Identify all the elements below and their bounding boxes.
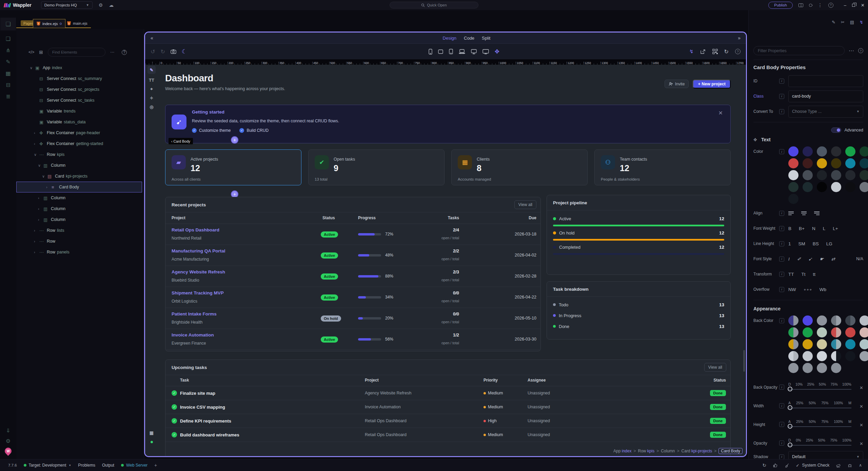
- breadcrumb-row-kpis[interactable]: kpis: [647, 449, 654, 453]
- eraser-icon[interactable]: [836, 463, 841, 468]
- design-canvas[interactable]: ✎TT⌖✧◎ ▦ Dashboard Welcome back — here's…: [145, 65, 746, 456]
- visibility-tool-icon[interactable]: ◎: [150, 104, 153, 109]
- color-swatch[interactable]: [817, 146, 827, 157]
- share-preview-icon[interactable]: [700, 49, 706, 54]
- align-right-icon[interactable]: [814, 210, 820, 216]
- color-swatch[interactable]: [803, 170, 813, 180]
- color-swatch[interactable]: [803, 315, 813, 326]
- tree-item[interactable]: › ⋯ Row: [16, 236, 144, 247]
- table-row[interactable]: ✓ Invoice CSV mapping Invoice Automation…: [165, 400, 730, 414]
- color-swatch[interactable]: [788, 327, 798, 337]
- project-link[interactable]: Agency Website Refresh: [172, 269, 225, 274]
- overflow-option[interactable]: Wb: [820, 287, 826, 292]
- color-swatch[interactable]: [817, 327, 827, 337]
- view-all-button[interactable]: View all: [704, 363, 726, 372]
- device-tablet-icon[interactable]: [449, 49, 453, 54]
- device-laptop-icon[interactable]: [459, 49, 465, 54]
- structure-help-icon[interactable]: ?: [122, 50, 127, 55]
- color-swatch[interactable]: [817, 170, 827, 180]
- color-swatch[interactable]: [831, 158, 841, 168]
- slider-knob[interactable]: [788, 443, 792, 447]
- color-swatch[interactable]: [803, 363, 813, 373]
- spacing-icon[interactable]: ⇄: [831, 256, 835, 262]
- color-swatch[interactable]: [860, 182, 868, 192]
- web-server-button[interactable]: Web Server: [121, 463, 147, 468]
- qr-code-icon[interactable]: [712, 49, 718, 54]
- color-swatch[interactable]: [860, 158, 868, 168]
- output-button[interactable]: Output: [102, 463, 114, 468]
- decoration-icon[interactable]: ➹: [808, 256, 812, 262]
- tree-item[interactable]: ▣ Variable status_data: [16, 117, 144, 127]
- add-panel-icon[interactable]: +: [154, 463, 157, 468]
- tree-item[interactable]: › ✥ Flex Container getting-started: [16, 138, 144, 149]
- canvas-scrollbar[interactable]: [743, 350, 745, 372]
- sync-icon[interactable]: ↻: [762, 463, 766, 468]
- back-opacity-slider[interactable]: [788, 389, 851, 390]
- thumbs-up-icon[interactable]: [773, 463, 778, 468]
- breadcrumb-app-index[interactable]: index: [622, 449, 632, 453]
- color-swatch[interactable]: [845, 315, 855, 326]
- pages-rail-slot[interactable]: ❏: [0, 18, 16, 30]
- transform-option[interactable]: Tt: [802, 272, 806, 277]
- screenshot-icon[interactable]: [171, 49, 176, 54]
- clear-icon[interactable]: ✕: [860, 423, 863, 428]
- design-help-icon[interactable]: ?: [735, 49, 741, 54]
- help-icon[interactable]: ?: [828, 3, 833, 8]
- selected-element-tag[interactable]: ‹ Card Body: [169, 138, 193, 144]
- color-swatch[interactable]: [788, 315, 798, 326]
- wappler-pin-icon[interactable]: W: [3, 446, 13, 456]
- table-row[interactable]: Shipment Tracking MVP Orbit Logistics Ac…: [165, 287, 540, 308]
- overflow-option[interactable]: NW: [788, 287, 796, 292]
- line-height-option[interactable]: 1: [788, 241, 791, 246]
- properties-help-icon[interactable]: ?: [858, 48, 863, 53]
- color-swatch[interactable]: [860, 351, 868, 361]
- color-swatch[interactable]: [817, 315, 827, 326]
- color-swatch[interactable]: [803, 327, 813, 337]
- line-height-option[interactable]: SM: [798, 241, 805, 246]
- project-selector[interactable]: Demo Projects HQ ▼: [41, 1, 93, 9]
- tree-item[interactable]: ⊟ Server Connect sc_summary: [16, 73, 144, 84]
- color-swatch[interactable]: [831, 339, 841, 349]
- gear-icon[interactable]: ⚙: [99, 2, 103, 8]
- dark-mode-icon[interactable]: ☾: [182, 48, 187, 55]
- project-link[interactable]: Shipment Tracking MVP: [172, 290, 224, 295]
- device-tablet-landscape-icon[interactable]: [438, 49, 443, 54]
- breadcrumb-column[interactable]: Column: [661, 449, 675, 453]
- grid-tool-icon[interactable]: ▦: [150, 430, 154, 435]
- color-swatch[interactable]: [860, 315, 868, 326]
- project-link[interactable]: Patient Intake Forms: [172, 311, 217, 316]
- layout-columns-icon[interactable]: [798, 3, 803, 7]
- clear-icon[interactable]: ✕: [860, 404, 863, 409]
- expander-icon[interactable]: ∨: [34, 152, 39, 157]
- tree-item[interactable]: ∨ ▤ Card kpi-projects: [16, 171, 144, 182]
- device-tv-icon[interactable]: [482, 49, 489, 54]
- database-icon[interactable]: ⊟: [6, 82, 10, 88]
- color-swatch[interactable]: [817, 182, 827, 192]
- components-icon[interactable]: ≣: [6, 93, 10, 100]
- tab-design[interactable]: Design: [443, 36, 456, 41]
- color-swatch[interactable]: [860, 339, 868, 349]
- font-weight-option[interactable]: L+: [833, 226, 838, 231]
- line-height-option[interactable]: BS: [813, 241, 819, 246]
- tree-item[interactable]: ⊟ Server Connect sc_tasks: [16, 95, 144, 106]
- color-swatch[interactable]: [860, 327, 868, 337]
- table-row[interactable]: Manufacturing QA Portal Acme Manufacturi…: [165, 245, 540, 266]
- align-center-icon[interactable]: [801, 210, 807, 216]
- color-swatch[interactable]: [831, 182, 841, 192]
- tab-split[interactable]: Split: [482, 36, 490, 41]
- quick-open[interactable]: Quick Open: [390, 2, 478, 8]
- color-swatch[interactable]: [788, 351, 798, 361]
- tree-item[interactable]: › ▥ Column: [16, 203, 144, 214]
- expander-icon[interactable]: ›: [38, 196, 43, 200]
- tree-item[interactable]: ▣ Variable trends: [16, 106, 144, 117]
- collapse-left-icon[interactable]: «: [151, 35, 153, 41]
- tree-item[interactable]: ∨ ▣ App index: [16, 62, 144, 73]
- color-swatch[interactable]: [845, 339, 855, 349]
- color-swatch[interactable]: [845, 158, 855, 168]
- collapse-bar-icon[interactable]: ∧: [859, 463, 862, 468]
- tree-item[interactable]: › ▥ Column: [16, 214, 144, 225]
- color-swatch[interactable]: [831, 146, 841, 157]
- problems-button[interactable]: Problems: [78, 463, 95, 468]
- kpi-card[interactable]: ▰ Active projects 12 Across all clients: [165, 149, 301, 185]
- filter-properties-input[interactable]: [753, 46, 845, 55]
